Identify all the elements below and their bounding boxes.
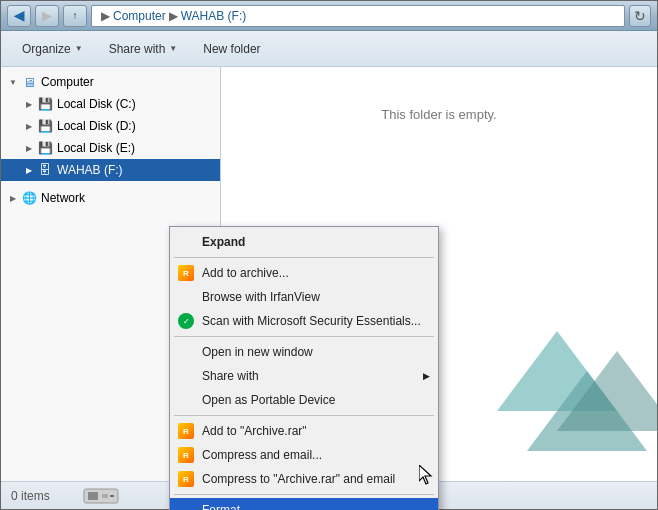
share-arrow: ▼ bbox=[169, 44, 177, 53]
computer-icon: 🖥 bbox=[21, 74, 37, 90]
open-window-label: Open in new window bbox=[202, 345, 313, 359]
drive-d-icon: 💾 bbox=[37, 118, 53, 134]
sidebar-item-computer[interactable]: ▼ 🖥 Computer bbox=[1, 71, 220, 93]
expand-e-icon: ▶ bbox=[21, 140, 37, 156]
items-count: 0 items bbox=[11, 489, 71, 503]
sidebar-item-local-c[interactable]: ▶ 💾 Local Disk (C:) bbox=[1, 93, 220, 115]
new-folder-button[interactable]: New folder bbox=[192, 36, 271, 62]
compress-rar-email-label: Compress to "Archive.rar" and email bbox=[202, 472, 395, 486]
titlebar: ◀ ▶ ↑ ▶ Computer ▶ WAHAB (F:) ↻ bbox=[1, 1, 657, 31]
menu-sep-3 bbox=[174, 415, 434, 416]
share-with-menu-label: Share with bbox=[202, 369, 259, 383]
expand-d-icon: ▶ bbox=[21, 118, 37, 134]
explorer-window: ◀ ▶ ↑ ▶ Computer ▶ WAHAB (F:) ↻ Organize… bbox=[0, 0, 658, 510]
sidebar-item-local-d[interactable]: ▶ 💾 Local Disk (D:) bbox=[1, 115, 220, 137]
winrar-icon-1: R bbox=[176, 263, 196, 283]
expand-f-icon: ▶ bbox=[21, 162, 37, 178]
mse-icon-1: ✓ bbox=[176, 311, 196, 331]
menu-compress-rar-email[interactable]: R Compress to "Archive.rar" and email bbox=[170, 467, 438, 491]
new-folder-label: New folder bbox=[203, 42, 260, 56]
address-wahab: WAHAB (F:) bbox=[181, 9, 247, 23]
share-with-button[interactable]: Share with ▼ bbox=[98, 36, 189, 62]
computer-label: Computer bbox=[41, 75, 94, 89]
compress-email-label: Compress and email... bbox=[202, 448, 322, 462]
menu-add-rar[interactable]: R Add to "Archive.rar" bbox=[170, 419, 438, 443]
winrar-icon-2: R bbox=[176, 421, 196, 441]
expand-computer-icon: ▼ bbox=[5, 74, 21, 90]
menu-open-portable[interactable]: Open as Portable Device bbox=[170, 388, 438, 412]
expand-network-icon: ▶ bbox=[5, 190, 21, 206]
svg-rect-4 bbox=[88, 492, 98, 500]
menu-compress-email[interactable]: R Compress and email... bbox=[170, 443, 438, 467]
menu-sep-1 bbox=[174, 257, 434, 258]
network-label: Network bbox=[41, 191, 85, 205]
wahab-f-label: WAHAB (F:) bbox=[57, 163, 123, 177]
sidebar-item-local-e[interactable]: ▶ 💾 Local Disk (E:) bbox=[1, 137, 220, 159]
organize-button[interactable]: Organize ▼ bbox=[11, 36, 94, 62]
menu-open-window[interactable]: Open in new window bbox=[170, 340, 438, 364]
menu-browse-irfan[interactable]: Browse with IrfanView bbox=[170, 285, 438, 309]
share-submenu-arrow: ▶ bbox=[423, 371, 430, 381]
add-archive-label: Add to archive... bbox=[202, 266, 289, 280]
menu-add-archive[interactable]: R Add to archive... bbox=[170, 261, 438, 285]
refresh-button[interactable]: ↻ bbox=[629, 5, 651, 27]
menu-sep-2 bbox=[174, 336, 434, 337]
organize-label: Organize bbox=[22, 42, 71, 56]
address-arrow2: ▶ bbox=[169, 9, 178, 23]
forward-button[interactable]: ▶ bbox=[35, 5, 59, 27]
share-with-label: Share with bbox=[109, 42, 166, 56]
menu-scan-mse[interactable]: ✓ Scan with Microsoft Security Essential… bbox=[170, 309, 438, 333]
drive-e-icon: 💾 bbox=[37, 140, 53, 156]
svg-rect-6 bbox=[110, 495, 114, 497]
menu-format[interactable]: Format... bbox=[170, 498, 438, 510]
add-rar-label: Add to "Archive.rar" bbox=[202, 424, 307, 438]
winrar-icon-4: R bbox=[176, 469, 196, 489]
bg-decoration bbox=[437, 251, 657, 451]
back-button[interactable]: ◀ bbox=[7, 5, 31, 27]
context-menu: Expand R Add to archive... Browse with I… bbox=[169, 226, 439, 510]
address-computer: Computer bbox=[113, 9, 166, 23]
local-c-label: Local Disk (C:) bbox=[57, 97, 136, 111]
toolbar: Organize ▼ Share with ▼ New folder bbox=[1, 31, 657, 67]
sidebar-item-wahab[interactable]: ▶ 🗄 WAHAB (F:) bbox=[1, 159, 220, 181]
expand-c-icon: ▶ bbox=[21, 96, 37, 112]
empty-message: This folder is empty. bbox=[381, 107, 496, 122]
format-label: Format... bbox=[202, 503, 250, 510]
winrar-icon-3: R bbox=[176, 445, 196, 465]
drive-f-icon: 🗄 bbox=[37, 162, 53, 178]
address-bar[interactable]: ▶ Computer ▶ WAHAB (F:) bbox=[91, 5, 625, 27]
network-icon: 🌐 bbox=[21, 190, 37, 206]
up-button[interactable]: ↑ bbox=[63, 5, 87, 27]
organize-arrow: ▼ bbox=[75, 44, 83, 53]
scan-mse-label: Scan with Microsoft Security Essentials.… bbox=[202, 314, 421, 328]
menu-sep-4 bbox=[174, 494, 434, 495]
sidebar-item-network[interactable]: ▶ 🌐 Network bbox=[1, 187, 220, 209]
drive-c-icon: 💾 bbox=[37, 96, 53, 112]
browse-irfan-label: Browse with IrfanView bbox=[202, 290, 320, 304]
svg-rect-5 bbox=[102, 494, 108, 498]
local-d-label: Local Disk (D:) bbox=[57, 119, 136, 133]
expand-label: Expand bbox=[202, 235, 245, 249]
usb-drive-icon bbox=[81, 485, 121, 507]
menu-share-with[interactable]: Share with ▶ bbox=[170, 364, 438, 388]
local-e-label: Local Disk (E:) bbox=[57, 141, 135, 155]
open-portable-label: Open as Portable Device bbox=[202, 393, 335, 407]
menu-expand[interactable]: Expand bbox=[170, 230, 438, 254]
address-arrow: ▶ bbox=[101, 9, 110, 23]
